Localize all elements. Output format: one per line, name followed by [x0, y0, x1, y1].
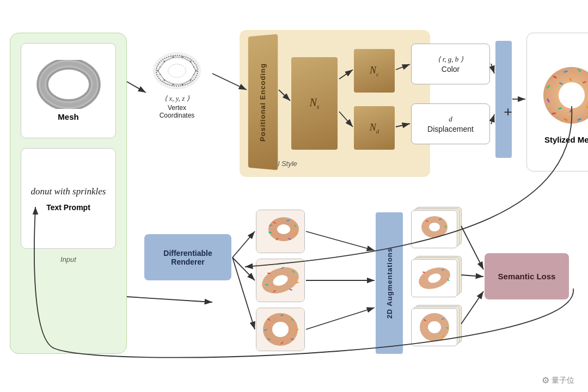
svg-line-105: [232, 258, 255, 280]
svg-point-78: [272, 322, 289, 337]
vertex-box: ⟨ x, y, z ⟩ VertexCoordinates: [144, 52, 210, 119]
color-output-box: ⟨ r, g, b ⟩ Color: [411, 44, 490, 84]
pos-encoding-block: Positional Encoding: [248, 34, 278, 170]
augment-label: 2D Augmentations: [385, 248, 394, 318]
nc-label: Nc: [370, 65, 379, 77]
ns-block: Ns: [291, 57, 338, 150]
svg-point-98: [428, 321, 441, 333]
bottom-row: DifferentiableRenderer: [139, 207, 578, 381]
svg-line-109: [306, 308, 375, 329]
main-container: Mesh donut with sprinkles Text Prompt In…: [0, 0, 588, 392]
svg-line-106: [232, 258, 255, 329]
input-section: Mesh donut with sprinkles Text Prompt In…: [10, 33, 127, 354]
svg-line-110: [461, 226, 483, 270]
svg-point-88: [429, 223, 440, 231]
svg-point-4: [58, 76, 79, 93]
svg-point-23: [168, 64, 186, 77]
stylized-torus-icon: [536, 60, 589, 131]
svg-line-112: [461, 291, 483, 324]
diff-renderer-box: DifferentiableRenderer: [144, 234, 231, 280]
stacked-thumb-1: [411, 207, 460, 248]
augment-box: 2D Augmentations: [376, 212, 403, 354]
mesh-label: Mesh: [58, 112, 78, 121]
stylized-mesh-box: Stylized Mesh: [526, 33, 588, 171]
displacement-formula: d: [449, 115, 452, 124]
svg-point-57: [277, 224, 290, 234]
prompt-text: donut with sprinkles: [31, 185, 106, 198]
color-formula: ⟨ r, g, b ⟩: [438, 55, 463, 64]
vertex-torus-icon: [152, 52, 201, 90]
blue-bar-top: [495, 41, 512, 158]
mesh-torus-icon: [36, 60, 101, 109]
pos-encoding-label: Positional Encoding: [259, 63, 267, 142]
aug-thumb-group-1: [411, 207, 460, 248]
vertex-label: VertexCoordinates: [144, 104, 210, 119]
aug-thumb-group-2: [411, 256, 460, 297]
diff-renderer-label: DifferentiableRenderer: [163, 249, 212, 266]
svg-line-107: [306, 231, 375, 250]
stacked-thumb-2: [411, 256, 460, 297]
color-label: Color: [442, 65, 460, 74]
svg-line-104: [232, 231, 255, 258]
mesh-box: Mesh: [21, 43, 116, 138]
svg-line-111: [461, 275, 483, 277]
render-thumb-3: [256, 308, 305, 351]
aug-thumb-group-3: [411, 305, 460, 346]
top-row: Neural Style: [139, 19, 578, 188]
displacement-label: Displacement: [427, 125, 474, 133]
displacement-output-box: d Displacement: [411, 103, 490, 144]
text-prompt-label: Text Prompt: [46, 203, 90, 212]
nd-label: Nd: [370, 122, 379, 134]
watermark: ⚙ 量子位: [542, 375, 574, 385]
plus-sign: +: [504, 103, 512, 121]
render-thumb-2: [256, 259, 305, 302]
svg-line-52: [491, 64, 494, 74]
watermark-text: 量子位: [552, 376, 574, 385]
input-footer-label: Input: [60, 255, 76, 264]
text-prompt-box: donut with sprinkles Text Prompt: [21, 148, 116, 249]
semantic-loss-box: Semantic Loss: [485, 253, 569, 299]
svg-rect-94: [422, 272, 425, 273]
svg-line-53: [491, 114, 494, 124]
watermark-icon: ⚙: [542, 375, 549, 385]
stylized-mesh-label: Stylized Mesh: [544, 135, 588, 144]
vertex-coords: ⟨ x, y, z ⟩: [144, 94, 210, 103]
stacked-thumb-3: [411, 305, 460, 346]
svg-point-25: [559, 82, 585, 108]
semantic-loss-label: Semantic Loss: [498, 272, 556, 281]
ns-label: Ns: [309, 96, 319, 111]
nd-block: Nd: [354, 106, 395, 150]
render-thumb-1: [256, 210, 305, 253]
nc-block: Nc: [354, 49, 395, 93]
